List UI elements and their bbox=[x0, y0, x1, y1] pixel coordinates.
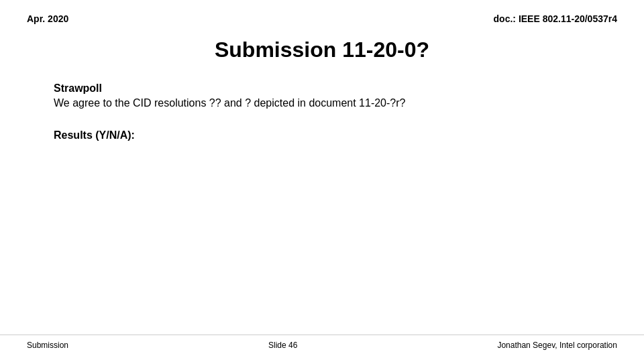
header-doc-ref: doc.: IEEE 802.11-20/0537r4 bbox=[494, 13, 617, 24]
slide-title: Submission 11-20-0? bbox=[27, 38, 617, 62]
header-date: Apr. 2020 bbox=[27, 13, 68, 24]
strawpoll-label: Strawpoll bbox=[54, 82, 590, 95]
strawpoll-text: We agree to the CID resolutions ?? and ?… bbox=[54, 97, 590, 109]
footer-author: Jonathan Segev, Intel corporation bbox=[497, 341, 617, 350]
footer-submission: Submission bbox=[27, 341, 68, 350]
results-label: Results (Y/N/A): bbox=[54, 129, 590, 141]
title-section: Submission 11-20-0? bbox=[27, 38, 617, 62]
footer-slide-number: Slide 46 bbox=[268, 341, 297, 350]
slide-footer: Submission Slide 46 Jonathan Segev, Inte… bbox=[0, 335, 644, 350]
slide: Apr. 2020 doc.: IEEE 802.11-20/0537r4 Su… bbox=[0, 0, 644, 362]
content-section: Strawpoll We agree to the CID resolution… bbox=[54, 82, 590, 141]
slide-header: Apr. 2020 doc.: IEEE 802.11-20/0537r4 bbox=[27, 13, 617, 24]
